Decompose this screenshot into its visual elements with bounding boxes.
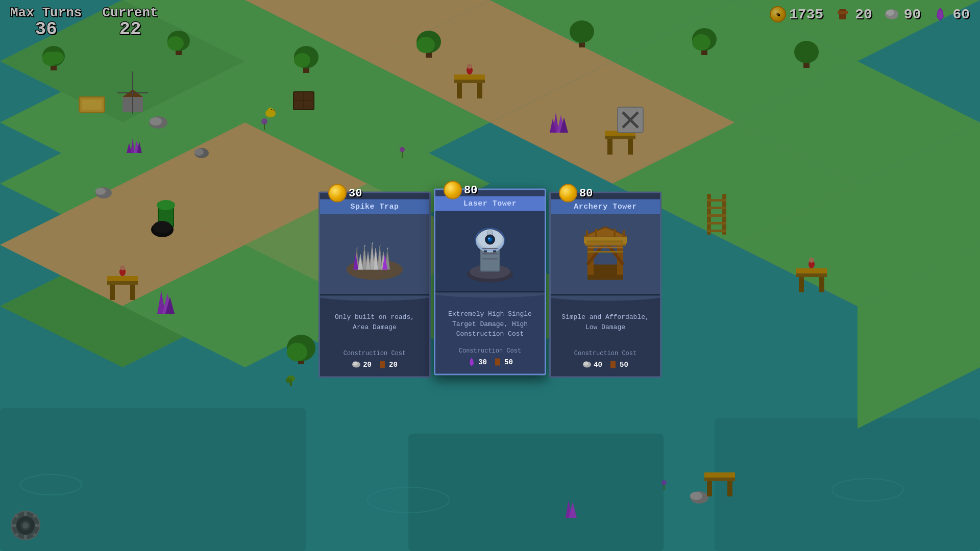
svg-line-179 [380,245,380,246]
archery-tower-card[interactable]: 80 Archery Tower [549,192,662,378]
wood-res-icon2 [493,357,502,366]
laser-tower-sprite [454,213,526,289]
svg-marker-202 [470,358,474,366]
svg-point-182 [353,362,358,366]
archery-tower-desc: Simple and Affordable, Low Damage [551,305,660,346]
laser-tower-cost-badge: 80 [444,181,477,199]
laser-tower-cost-label: Construction Cost [443,347,537,354]
archery-tower-cost: 80 [579,187,593,199]
build-card-modal: 30 Spike Trap [317,192,663,379]
laser-tower-resources: 30 50 [443,357,537,366]
svg-point-222 [583,362,589,366]
svg-rect-223 [610,361,616,368]
svg-rect-220 [587,246,623,248]
stone-res-icon2 [582,360,592,369]
spike-trap-sprite [339,218,410,290]
svg-rect-215 [614,229,616,237]
spike-trap-cost-badge: 30 [328,184,362,203]
svg-point-195 [488,237,490,239]
archery-tower-stone-cost: 40 [582,360,602,369]
spike-trap-wave [320,296,429,305]
spike-trap-wood-cost: 20 [378,360,398,369]
laser-tower-coin [444,181,462,199]
spike-trap-desc: Only built on roads, Area Damage [320,305,429,346]
svg-line-176 [357,247,357,249]
spike-trap-resources: 20 20 [327,360,422,369]
archery-tower-sprite [570,216,641,292]
wood-res-icon [378,360,387,369]
archery-tower-cost-section: Construction Cost 40 50 [551,346,660,377]
svg-rect-219 [587,243,623,244]
archery-tower-image [551,214,660,296]
svg-rect-203 [495,358,500,365]
laser-tower-card[interactable]: 80 Laser Tower [434,189,546,375]
archery-tower-coin [559,184,577,203]
laser-tower-crystal-cost: 30 [467,357,487,366]
svg-rect-183 [380,361,385,368]
archery-tower-cost-badge: 80 [559,184,593,203]
laser-tower-cost-section: Construction Cost 30 50 [435,343,545,373]
svg-marker-212 [584,228,627,236]
svg-rect-216 [623,230,625,237]
svg-line-177 [364,245,365,246]
archery-tower-resources: 40 50 [558,360,653,369]
archery-tower-wave [551,296,660,305]
spike-trap-card[interactable]: 30 Spike Trap [318,192,431,378]
stone-res-icon [352,360,361,369]
svg-marker-172 [373,248,378,269]
laser-tower-wave [435,293,545,302]
laser-tower-image [435,211,545,293]
archery-tower-cost-label: Construction Cost [558,350,653,357]
svg-rect-213 [586,230,588,237]
svg-rect-191 [488,229,492,234]
spike-trap-coin [328,184,347,203]
svg-line-180 [387,247,388,249]
svg-rect-214 [595,229,597,237]
spike-trap-cost-section: Construction Cost 20 20 [320,346,429,377]
spike-trap-stone-cost: 20 [352,360,372,369]
archery-tower-wood-cost: 50 [608,360,628,369]
svg-line-178 [372,242,373,244]
spike-trap-image [320,214,429,296]
crystal-res-icon [467,357,476,366]
laser-tower-cost: 80 [464,184,477,196]
spike-trap-cost-label: Construction Cost [327,350,422,357]
laser-tower-wood-cost: 50 [493,357,513,366]
laser-tower-desc: Extremely High Single Target Damage, Hig… [435,302,545,343]
spike-trap-cost: 30 [349,187,362,199]
wood-res-icon3 [608,360,618,369]
